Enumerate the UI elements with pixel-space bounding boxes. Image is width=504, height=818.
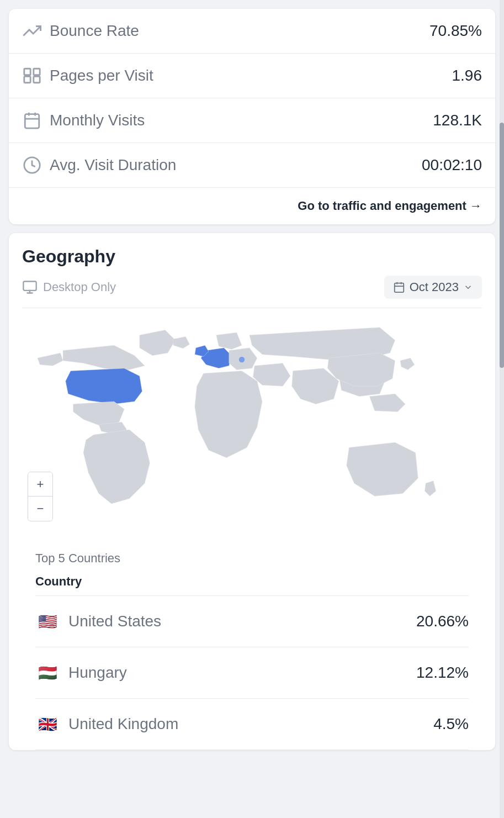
monitor-icon	[22, 279, 38, 295]
flag-0: 🇺🇸	[35, 609, 60, 634]
geography-title: Geography	[22, 246, 482, 267]
geo-controls: Desktop Only Oct 2023	[22, 276, 482, 308]
country-left-1: 🇭🇺 Hungary	[35, 661, 127, 685]
stat-left-pages-per-visit: Pages per Visit	[22, 66, 153, 86]
stats-card: Bounce Rate 70.85% Pages per Visit 1.96 …	[9, 9, 495, 224]
svg-rect-9	[23, 282, 36, 291]
country-left-2: 🇬🇧 United Kingdom	[35, 712, 178, 736]
date-label: Oct 2023	[410, 280, 459, 294]
chevron-down-icon	[463, 282, 473, 292]
country-left-0: 🇺🇸 United States	[35, 609, 161, 634]
zoom-controls: + −	[28, 472, 53, 521]
stat-row-monthly-visits: Monthly Visits 128.1K	[9, 98, 495, 143]
geography-section: Geography Desktop Only Oct 2023	[9, 233, 495, 750]
country-pct-0: 20.66%	[416, 613, 469, 630]
stat-label-monthly-visits: Monthly Visits	[50, 112, 145, 129]
top-countries-title: Top 5 Countries	[35, 551, 469, 566]
country-pct-2: 4.5%	[433, 715, 469, 733]
map-container: + −	[22, 308, 482, 538]
flag-1: 🇭🇺	[35, 661, 60, 685]
country-name-1: Hungary	[68, 664, 127, 682]
clock-icon	[22, 155, 42, 175]
stat-label-avg-visit-duration: Avg. Visit Duration	[50, 156, 176, 174]
svg-rect-12	[394, 283, 404, 293]
zoom-out-button[interactable]: −	[28, 497, 52, 521]
stat-row-bounce-rate: Bounce Rate 70.85%	[9, 9, 495, 54]
stat-value-bounce-rate: 70.85%	[429, 22, 482, 40]
traffic-link-row[interactable]: Go to traffic and engagement →	[9, 188, 495, 224]
flag-2: 🇬🇧	[35, 712, 60, 736]
country-name-2: United Kingdom	[68, 715, 178, 733]
svg-rect-0	[24, 68, 30, 75]
stat-row-pages-per-visit: Pages per Visit 1.96	[9, 54, 495, 98]
stat-label-pages-per-visit: Pages per Visit	[50, 67, 153, 85]
scrollbar-track[interactable]	[500, 0, 504, 818]
calendar-icon	[393, 281, 405, 293]
geo-device-label: Desktop Only	[43, 280, 116, 294]
country-row: 🇭🇺 Hungary 12.12%	[35, 647, 469, 699]
world-map	[22, 317, 482, 527]
stat-value-monthly-visits: 128.1K	[433, 112, 482, 129]
date-picker[interactable]: Oct 2023	[384, 276, 482, 299]
svg-rect-3	[34, 76, 40, 82]
svg-point-17	[238, 357, 245, 363]
stat-value-pages-per-visit: 1.96	[452, 67, 482, 85]
country-pct-1: 12.12%	[416, 664, 469, 682]
stat-value-avg-visit-duration: 00:02:10	[422, 156, 482, 174]
stat-left-bounce-rate: Bounce Rate	[22, 21, 139, 41]
traffic-link[interactable]: Go to traffic and engagement →	[298, 199, 482, 213]
country-table-header: Country	[35, 574, 469, 596]
geo-device: Desktop Only	[22, 279, 116, 295]
countries-section: Top 5 Countries Country 🇺🇸 United States…	[22, 538, 482, 750]
stat-row-avg-visit-duration: Avg. Visit Duration 00:02:10	[9, 143, 495, 188]
country-row: 🇬🇧 United Kingdom 4.5%	[35, 699, 469, 750]
scrollbar-thumb[interactable]	[500, 123, 504, 368]
stat-left-monthly-visits: Monthly Visits	[22, 110, 145, 130]
svg-rect-4	[25, 114, 39, 129]
bounce-icon	[22, 21, 42, 41]
country-name-0: United States	[68, 613, 161, 630]
stat-left-avg-visit-duration: Avg. Visit Duration	[22, 155, 176, 175]
zoom-in-button[interactable]: +	[28, 472, 52, 497]
calendar-icon	[22, 110, 42, 130]
country-row: 🇺🇸 United States 20.66%	[35, 596, 469, 647]
stat-label-bounce-rate: Bounce Rate	[50, 22, 139, 40]
pages-icon	[22, 66, 42, 86]
svg-rect-2	[34, 68, 40, 75]
svg-rect-1	[24, 76, 30, 82]
